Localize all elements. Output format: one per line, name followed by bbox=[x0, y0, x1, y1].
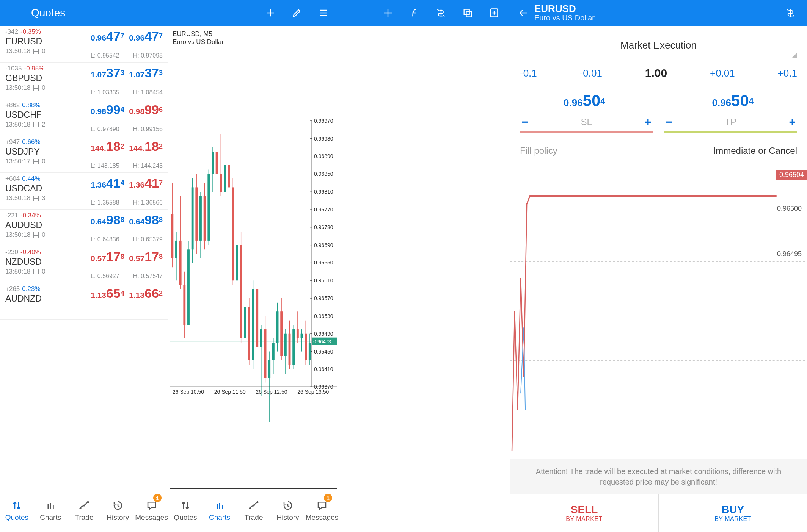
svg-rect-93 bbox=[280, 311, 283, 356]
tab-messages[interactable]: Messages1 bbox=[305, 489, 339, 532]
plus-icon[interactable] bbox=[264, 6, 277, 19]
stoploss-input[interactable]: − SL + bbox=[520, 113, 653, 133]
tab-charts[interactable]: Charts bbox=[203, 489, 237, 532]
quote-row[interactable]: -230-0.40% NZDUSD 13:50:180 0.57178 0.57… bbox=[0, 246, 168, 283]
quote-row[interactable]: -221-0.34% AUDUSD 13:50:180 0.64988 0.64… bbox=[0, 210, 168, 246]
quotes-toolbar bbox=[168, 0, 339, 26]
menu-icon[interactable] bbox=[9, 6, 22, 19]
vol-step-minus-001[interactable]: -0.01 bbox=[580, 67, 602, 79]
tab-quotes[interactable]: Quotes bbox=[0, 489, 34, 532]
chart-title: EURUSD, M5 Euro vs US Dollar bbox=[173, 30, 224, 46]
svg-text:0.96610: 0.96610 bbox=[314, 277, 333, 283]
svg-rect-43 bbox=[179, 241, 182, 285]
quote-row[interactable]: +6040.44% USDCAD 13:50:183 1.36414 1.364… bbox=[0, 173, 168, 210]
svg-text:0.96490: 0.96490 bbox=[314, 331, 333, 337]
tab-trade[interactable]: Trade bbox=[68, 489, 101, 532]
svg-rect-99 bbox=[292, 329, 295, 365]
tab-messages[interactable]: Messages1 bbox=[135, 489, 168, 532]
svg-rect-61 bbox=[216, 152, 218, 174]
tab-history[interactable]: History bbox=[101, 489, 135, 532]
svg-rect-81 bbox=[256, 289, 258, 347]
svg-rect-57 bbox=[207, 174, 210, 241]
order-ask: 0.96504 bbox=[712, 93, 754, 109]
svg-point-120 bbox=[253, 504, 255, 506]
takeprofit-input[interactable]: − TP + bbox=[664, 113, 798, 133]
svg-text:26 Sep 10:50: 26 Sep 10:50 bbox=[173, 389, 204, 395]
svg-rect-85 bbox=[264, 329, 267, 378]
tab-quotes[interactable]: Quotes bbox=[168, 489, 203, 532]
vol-step-minus-01[interactable]: -0.1 bbox=[520, 67, 537, 79]
sl-plus-icon[interactable]: + bbox=[645, 116, 652, 128]
svg-rect-91 bbox=[276, 311, 279, 343]
tab-history[interactable]: History bbox=[271, 489, 305, 532]
svg-rect-67 bbox=[228, 165, 230, 188]
tp-minus-icon[interactable]: − bbox=[666, 116, 673, 128]
volume-adjuster: -0.1 -0.01 1.00 +0.01 +0.1 bbox=[520, 67, 797, 86]
svg-text:0.96810: 0.96810 bbox=[314, 189, 333, 195]
svg-rect-63 bbox=[220, 174, 222, 192]
svg-point-118 bbox=[87, 501, 89, 503]
svg-rect-73 bbox=[240, 245, 242, 338]
svg-text:0.96730: 0.96730 bbox=[314, 224, 333, 230]
svg-text:0.96770: 0.96770 bbox=[314, 207, 333, 213]
vol-step-plus-01[interactable]: +0.1 bbox=[778, 67, 797, 79]
volume-input[interactable]: 1.00 bbox=[645, 67, 667, 80]
execution-type-dropdown[interactable]: Market Execution bbox=[520, 36, 797, 58]
svg-text:0.96650: 0.96650 bbox=[314, 260, 333, 266]
trade-dollar-icon[interactable] bbox=[784, 6, 797, 19]
quotes-appbar: Quotes bbox=[0, 0, 168, 26]
svg-text:0.96450: 0.96450 bbox=[314, 349, 333, 355]
fill-policy-row[interactable]: Fill policy Immediate or Cancel bbox=[520, 146, 797, 156]
order-appbar: EURUSD Euro vs US Dollar bbox=[510, 0, 807, 26]
messages-badge: 1 bbox=[153, 494, 162, 502]
order-symbol: EURUSD bbox=[534, 4, 595, 14]
trade-dollar-icon[interactable] bbox=[435, 6, 447, 19]
svg-rect-65 bbox=[224, 165, 226, 192]
svg-rect-49 bbox=[192, 187, 194, 249]
messages-badge: 1 bbox=[324, 494, 332, 502]
svg-rect-55 bbox=[204, 196, 206, 241]
svg-text:0.96473: 0.96473 bbox=[313, 339, 331, 344]
quote-row[interactable]: +8620.88% USDCHF 13:50:182 0.98994 0.989… bbox=[0, 99, 168, 136]
svg-rect-97 bbox=[289, 334, 291, 365]
crosshair-icon[interactable] bbox=[382, 6, 394, 19]
svg-text:0.96410: 0.96410 bbox=[314, 366, 333, 372]
svg-rect-69 bbox=[232, 187, 234, 280]
order-bid: 0.96504 bbox=[564, 93, 605, 109]
function-icon[interactable] bbox=[408, 6, 421, 19]
vol-step-plus-001[interactable]: +0.01 bbox=[710, 67, 735, 79]
quote-row[interactable]: +2650.23% AUDNZD 1.13654 1.13662 bbox=[0, 283, 168, 320]
svg-rect-39 bbox=[171, 214, 173, 258]
pencil-icon[interactable] bbox=[290, 6, 303, 19]
back-arrow-icon[interactable] bbox=[517, 6, 530, 19]
candlestick-chart[interactable]: 0.969700.969300.968900.968500.968100.967… bbox=[170, 28, 337, 488]
svg-rect-75 bbox=[244, 307, 246, 338]
svg-rect-47 bbox=[187, 249, 190, 325]
new-order-icon[interactable] bbox=[488, 6, 501, 19]
tp-plus-icon[interactable]: + bbox=[789, 116, 796, 128]
svg-rect-105 bbox=[305, 334, 307, 360]
svg-rect-53 bbox=[199, 196, 202, 241]
quote-row[interactable]: -1035-0.95% GBPUSD 13:50:180 1.07373 1.0… bbox=[0, 63, 168, 99]
quote-row[interactable]: -342-0.35% EURUSD 13:50:180 0.96477 0.96… bbox=[0, 26, 168, 63]
quote-row[interactable]: +9470.66% USDJPY 13:50:170 144.182 144.1… bbox=[0, 136, 168, 173]
svg-rect-51 bbox=[195, 187, 198, 240]
chart-toolbar bbox=[339, 0, 510, 26]
sl-minus-icon[interactable]: − bbox=[521, 116, 528, 128]
windows-icon[interactable] bbox=[461, 6, 474, 19]
buy-button[interactable]: BUYBY MARKET bbox=[658, 494, 807, 532]
chart-panel[interactable]: EURUSD, M5 Euro vs US Dollar 0.969700.96… bbox=[168, 26, 339, 489]
sell-button[interactable]: SELLBY MARKET bbox=[510, 494, 658, 532]
svg-rect-107 bbox=[309, 343, 311, 360]
svg-rect-83 bbox=[260, 329, 262, 347]
svg-rect-103 bbox=[301, 334, 303, 338]
tab-trade[interactable]: Trade bbox=[237, 489, 271, 532]
svg-rect-95 bbox=[284, 334, 287, 356]
svg-rect-87 bbox=[268, 360, 270, 378]
menu-lines-icon[interactable] bbox=[317, 6, 330, 19]
tab-charts[interactable]: Charts bbox=[34, 489, 68, 532]
quotes-list[interactable]: -342-0.35% EURUSD 13:50:180 0.96477 0.96… bbox=[0, 26, 168, 489]
svg-rect-41 bbox=[175, 241, 177, 258]
order-symbol-desc: Euro vs US Dollar bbox=[534, 14, 595, 22]
svg-point-119 bbox=[249, 507, 251, 509]
